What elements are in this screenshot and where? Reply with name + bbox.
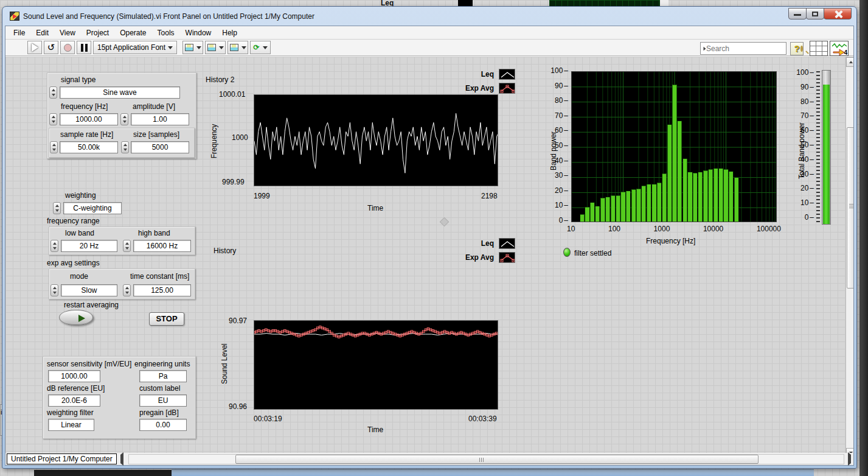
menu-item[interactable]: Project — [81, 27, 114, 39]
sample-rate-field[interactable]: 50.00k — [60, 141, 118, 153]
window-title: Sound Level and Frequency (Simulated).vi… — [23, 12, 314, 21]
history-chart[interactable]: History Leq Exp Avg Sound Level 90.97 90… — [202, 237, 515, 395]
vi-icon-button[interactable]: 4 — [830, 41, 849, 56]
band-power-chart[interactable]: Band power 1009080706050403020100 101001… — [543, 65, 786, 260]
sensor-cluster: sensor sensitivity [mV/EU] 1000.00 engin… — [43, 356, 196, 439]
search-input[interactable] — [706, 44, 800, 53]
weighting-stepper[interactable] — [53, 202, 61, 214]
exp-avg-settings-label: exp avg settings — [47, 259, 100, 267]
thumb-grip — [849, 204, 853, 209]
mode-field[interactable]: Slow — [61, 284, 117, 296]
horizontal-scrollbar[interactable] — [128, 454, 844, 464]
amplitude-field[interactable]: 1.00 — [131, 113, 189, 125]
pregain-field[interactable]: 0.00 — [139, 419, 187, 431]
custom-label-field[interactable]: EU — [139, 394, 187, 407]
high-band-field[interactable]: 16000 Hz — [133, 240, 191, 252]
tile-windows-button[interactable] — [810, 41, 828, 56]
history2-xtick-left: 1999 — [254, 192, 270, 200]
time-constant-stepper[interactable] — [123, 284, 131, 296]
restart-averaging-label: restart averaging — [64, 301, 119, 309]
horizontal-scroll-thumb[interactable] — [235, 455, 759, 464]
time-constant-label: time constant [ms] — [130, 272, 189, 281]
time-constant-field[interactable]: 125.00 — [133, 284, 191, 296]
menu-item[interactable]: View — [54, 27, 81, 39]
align-objects-button[interactable] — [182, 41, 203, 54]
frequency-stepper[interactable] — [49, 113, 57, 125]
vertical-scrollbar[interactable] — [845, 57, 853, 453]
pause-button[interactable] — [77, 41, 91, 54]
history-legend-expavg[interactable]: Exp Avg — [465, 252, 515, 263]
run-button[interactable] — [27, 41, 42, 54]
minimize-button[interactable] — [788, 8, 807, 19]
history-xtick-right: 00:03:39 — [468, 415, 497, 423]
history-ylabel: Sound Level — [220, 341, 229, 384]
run-continuous-button[interactable]: ↺ — [44, 41, 58, 54]
leq-legend-icon[interactable] — [499, 238, 515, 249]
band-power-xticks: 10100100010000100000 — [567, 225, 781, 233]
titlebar[interactable]: Sound Level and Frequency (Simulated).vi… — [2, 7, 856, 23]
stop-button[interactable]: STOP — [149, 312, 184, 326]
history2-legend-leq[interactable]: Leq — [481, 69, 515, 80]
font-selector[interactable]: 15pt Application Font — [93, 41, 177, 54]
filter-settled-led[interactable] — [563, 248, 571, 257]
restart-averaging-toggle[interactable] — [59, 310, 93, 325]
exp-avg-legend-icon[interactable] — [499, 83, 515, 94]
close-button[interactable] — [824, 8, 852, 19]
history2-legend-expavg[interactable]: Exp Avg — [465, 83, 515, 94]
signal-type-stepper[interactable] — [49, 86, 57, 99]
resize-objects-button[interactable] — [227, 41, 248, 54]
signal-type-field[interactable]: Sine wave — [60, 86, 180, 99]
vertical-scroll-thumb[interactable] — [847, 127, 853, 289]
mode-stepper[interactable] — [50, 284, 58, 296]
history-legend-leq[interactable]: Leq — [481, 238, 515, 249]
db-reference-label: dB reference [EU] — [47, 384, 105, 393]
execution-target-label[interactable]: Untitled Project 1/My Computer — [7, 453, 117, 464]
low-band-stepper[interactable] — [50, 240, 58, 252]
frequency-range-cluster: low band high band 20 Hz 16000 Hz — [49, 226, 195, 255]
pause-icon — [81, 44, 88, 52]
search-dropdown-icon[interactable] — [704, 46, 706, 50]
size-stepper[interactable] — [121, 141, 129, 153]
history-ytick-top: 90.97 — [229, 317, 247, 325]
maximize-button[interactable] — [806, 8, 824, 19]
sample-rate-label: sample rate [Hz] — [60, 130, 113, 139]
band-power-xlabel: Frequency [Hz] — [646, 237, 695, 245]
history-xtick-left: 00:03:19 — [254, 415, 282, 423]
meter-channel[interactable] — [822, 70, 831, 225]
weighting-filter-field[interactable]: Linear — [48, 419, 94, 431]
menu-item[interactable]: Tools — [152, 27, 180, 39]
abort-button[interactable] — [60, 41, 75, 54]
amplitude-stepper[interactable] — [120, 113, 128, 125]
band-power-plot-area[interactable] — [571, 71, 777, 222]
exp-avg-legend-icon[interactable] — [499, 252, 515, 263]
custom-label-label: custom label — [139, 384, 180, 393]
low-band-field[interactable]: 20 Hz — [61, 240, 117, 252]
distribute-objects-button[interactable] — [205, 41, 226, 54]
history2-plot-area[interactable] — [254, 94, 498, 186]
history-plot-area[interactable] — [254, 320, 498, 410]
leq-legend-icon[interactable] — [499, 69, 515, 80]
high-band-stepper[interactable] — [123, 240, 131, 252]
minimize-icon — [794, 14, 801, 16]
engineering-units-field[interactable]: Pa — [139, 370, 187, 382]
close-icon — [834, 10, 842, 18]
menu-item[interactable]: Help — [217, 27, 243, 39]
weighting-field[interactable]: C-weighting — [63, 202, 122, 214]
scroll-up-button[interactable] — [846, 57, 853, 67]
total-band-power-meter[interactable]: Total Band power 1009080706050403020100 — [792, 65, 849, 233]
search-icon[interactable] — [800, 46, 803, 52]
menu-item[interactable]: File — [8, 27, 30, 39]
db-reference-field[interactable]: 20.0E-6 — [48, 394, 100, 407]
menu-item[interactable]: Edit — [30, 27, 54, 39]
history2-xlabel: Time — [367, 204, 383, 212]
menu-item[interactable]: Operate — [114, 27, 151, 39]
menu-item[interactable]: Window — [180, 27, 217, 39]
pane-nav-right-button[interactable] — [845, 455, 853, 463]
frequency-field[interactable]: 1000.00 — [60, 113, 118, 125]
sensor-sensitivity-field[interactable]: 1000.00 — [48, 370, 100, 382]
pane-nav-left-button[interactable] — [117, 455, 127, 463]
size-field[interactable]: 5000 — [131, 141, 189, 153]
sample-rate-stepper[interactable] — [50, 141, 58, 153]
reorder-button[interactable]: ⟳ — [250, 41, 271, 54]
history2-chart[interactable]: History 2 Leq Exp Avg Frequency 1000.01 … — [202, 65, 515, 223]
